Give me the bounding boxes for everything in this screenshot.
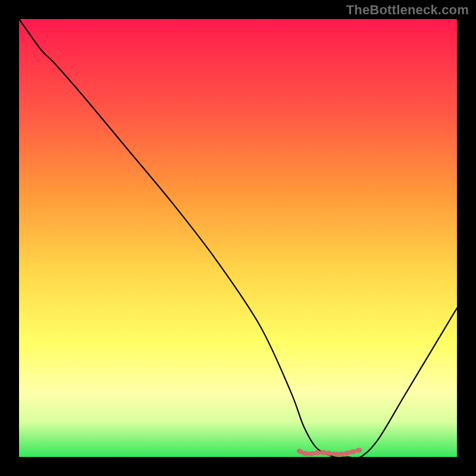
plot-area (19, 19, 457, 457)
flat-region-marker (299, 450, 361, 455)
watermark-text: TheBottleneck.com (346, 2, 469, 18)
bottleneck-curve (19, 19, 457, 458)
curve-svg (19, 19, 457, 457)
chart-frame: TheBottleneck.com (0, 0, 476, 476)
